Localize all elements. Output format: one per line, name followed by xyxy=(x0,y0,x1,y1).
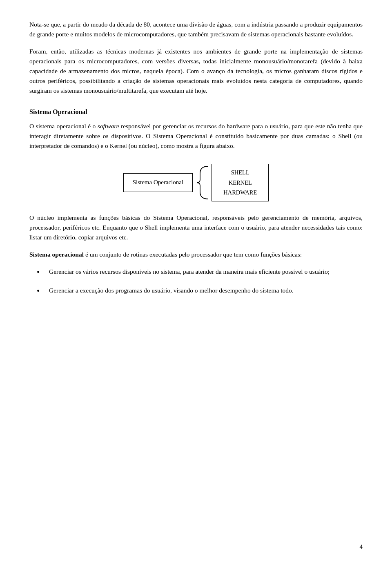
bullet-dot-2: • xyxy=(37,285,46,297)
so-para1-italic: software xyxy=(98,123,119,130)
heading2-bold: Sistema operacional xyxy=(29,251,84,258)
bracket-svg xyxy=(196,164,212,201)
section-heading-1: Sistema Operacional xyxy=(29,107,363,117)
intro-text: Nota-se que, a partir do meado da década… xyxy=(29,21,363,38)
layer-shell: SHELL xyxy=(223,168,257,178)
so-paragraph-1: O sistema operacional é o software respo… xyxy=(29,121,363,151)
bullet-dot-1: • xyxy=(37,266,46,278)
bullet-text-1: Gerenciar os vários recursos disponíveis… xyxy=(49,267,363,277)
layer-kernel: KERNEL xyxy=(223,178,257,188)
page: Nota-se que, a partir do meado da década… xyxy=(0,0,392,563)
intro-paragraph: Nota-se que, a partir do meado da década… xyxy=(29,20,363,39)
layer-hardware: HARDWARE xyxy=(223,188,257,198)
diagram-so-box: Sistema Operacional xyxy=(123,173,193,192)
page-number: 4 xyxy=(360,542,363,552)
bullet-list: • Gerenciar os vários recursos disponíve… xyxy=(29,267,363,297)
nucleo-paragraph: O núcleo implementa as funções básicas d… xyxy=(29,213,363,242)
heading1-text: Sistema Operacional xyxy=(29,108,87,115)
heading2-rest: é um conjunto de rotinas executadas pelo… xyxy=(84,251,302,258)
diagram-layers-box: SHELL KERNEL HARDWARE xyxy=(212,164,269,201)
diagram-so-label: Sistema Operacional xyxy=(133,179,184,185)
so-para1-pre: O sistema operacional é o xyxy=(29,123,98,130)
list-item: • Gerenciar a execução dos programas do … xyxy=(29,286,363,297)
foram-text: Foram, então, utilizadas as técnicas mod… xyxy=(29,48,363,94)
bullet-text-2: Gerenciar a execução dos programas do us… xyxy=(49,286,363,295)
nucleo-text: O núcleo implementa as funções básicas d… xyxy=(29,214,363,241)
so-definition-paragraph: Sistema operacional é um conjunto de rot… xyxy=(29,250,363,259)
foram-paragraph: Foram, então, utilizadas as técnicas mod… xyxy=(29,47,363,96)
diagram-container: Sistema Operacional SHELL KERNEL HARDWAR… xyxy=(29,164,363,201)
list-item: • Gerenciar os vários recursos disponíve… xyxy=(29,267,363,278)
diagram-bracket xyxy=(196,164,212,201)
